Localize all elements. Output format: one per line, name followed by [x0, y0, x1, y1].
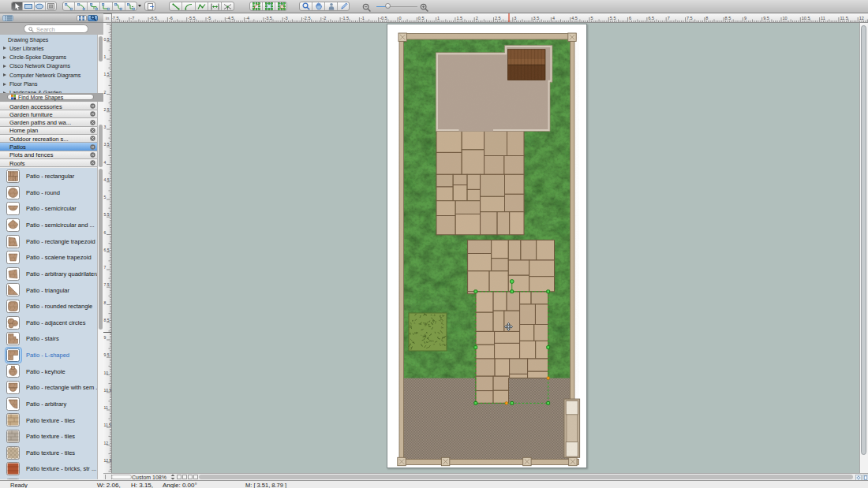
svg-text:11: 11: [104, 405, 108, 410]
svg-text:6: 6: [629, 16, 631, 20]
svg-text:6.5: 6.5: [648, 16, 654, 20]
svg-text:2.5: 2.5: [104, 106, 110, 111]
svg-text:11.5: 11.5: [840, 16, 847, 20]
svg-text:-6.5: -6.5: [150, 16, 157, 20]
svg-text:0.5: 0.5: [104, 36, 110, 41]
svg-text:8.5: 8.5: [104, 317, 110, 322]
svg-text:-3.5: -3.5: [264, 16, 271, 20]
svg-text:9.5: 9.5: [763, 16, 769, 20]
svg-text:10.5: 10.5: [104, 387, 112, 392]
svg-text:7.5: 7.5: [687, 16, 693, 20]
svg-text:-2: -2: [322, 16, 326, 20]
svg-text:10: 10: [783, 16, 788, 20]
svg-text:6: 6: [104, 229, 107, 234]
svg-text:11: 11: [821, 16, 825, 20]
svg-text:5: 5: [591, 16, 593, 20]
svg-text:8.5: 8.5: [725, 16, 731, 20]
svg-text:-5: -5: [208, 16, 211, 20]
svg-text:6.5: 6.5: [104, 247, 110, 251]
svg-text:9: 9: [104, 335, 107, 340]
svg-text:4.5: 4.5: [104, 177, 110, 181]
svg-text:-5.5: -5.5: [188, 16, 195, 20]
svg-text:-3: -3: [284, 16, 288, 20]
svg-text:-4: -4: [245, 16, 249, 20]
svg-text:0: 0: [399, 16, 402, 20]
svg-text:4.5: 4.5: [571, 16, 578, 20]
svg-text:1: 1: [437, 16, 440, 20]
svg-text:5.5: 5.5: [610, 16, 616, 20]
svg-text:-1.5: -1.5: [342, 16, 349, 20]
svg-text:9.5: 9.5: [104, 352, 110, 357]
svg-text:4: 4: [104, 159, 107, 164]
svg-text:11.5: 11.5: [104, 423, 112, 427]
svg-text:8: 8: [705, 16, 708, 20]
svg-text:2.5: 2.5: [495, 16, 501, 20]
svg-text:12: 12: [104, 440, 109, 445]
svg-text:3.5: 3.5: [104, 142, 110, 147]
svg-text:0.5: 0.5: [418, 16, 425, 20]
svg-text:-6: -6: [169, 16, 173, 20]
svg-text:10: 10: [104, 370, 109, 374]
svg-text:12: 12: [859, 16, 864, 20]
svg-text:-4.5: -4.5: [226, 16, 234, 20]
svg-text:4: 4: [552, 16, 555, 20]
svg-text:5: 5: [104, 195, 107, 199]
svg-text:8: 8: [104, 300, 107, 304]
svg-text:9: 9: [744, 16, 746, 20]
svg-text:3: 3: [104, 125, 107, 129]
svg-text:2: 2: [476, 16, 478, 20]
svg-text:3.5: 3.5: [533, 16, 540, 20]
svg-text:-7: -7: [130, 16, 134, 20]
svg-text:7: 7: [668, 16, 670, 20]
svg-text:7: 7: [104, 265, 107, 270]
svg-text:2: 2: [104, 89, 107, 94]
svg-text:-0.5: -0.5: [380, 16, 387, 20]
svg-text:3: 3: [514, 16, 516, 20]
svg-text:5.5: 5.5: [104, 212, 110, 217]
svg-text:-1: -1: [361, 16, 365, 20]
svg-text:1.5: 1.5: [104, 72, 110, 76]
svg-text:10.5: 10.5: [802, 16, 810, 20]
svg-text:-7.5: -7.5: [112, 16, 118, 20]
svg-text:1.5: 1.5: [456, 16, 462, 20]
svg-text:-2.5: -2.5: [303, 16, 310, 20]
svg-text:7.5: 7.5: [104, 282, 110, 287]
svg-text:12.5: 12.5: [104, 457, 112, 462]
svg-text:1: 1: [104, 54, 107, 59]
